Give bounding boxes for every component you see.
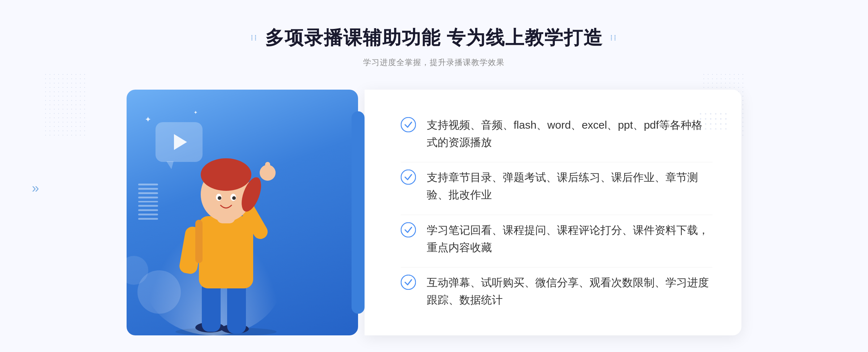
feature-text-3: 学习笔记回看、课程提问、课程评论打分、课件资料下载，重点内容收藏 [427, 222, 712, 256]
title-dots-left: ⁞⁞ [251, 33, 258, 43]
illustration-card: ✦ ✦ [127, 90, 358, 335]
check-icon-3 [401, 222, 416, 237]
header-section: ⁞⁞ 多项录播课辅助功能 专为线上教学打造 ⁞⁞ 学习进度全掌握，提升录播课教学… [251, 0, 617, 68]
svg-rect-9 [265, 162, 270, 176]
svg-point-22 [401, 275, 416, 289]
svg-rect-5 [199, 216, 253, 288]
chevron-left-icon: » [32, 181, 39, 196]
title-row: ⁞⁞ 多项录播课辅助功能 专为线上教学打造 ⁞⁞ [251, 25, 617, 51]
svg-rect-18 [195, 220, 203, 263]
feature-item-3: 学习笔记回看、课程提问、课程评论打分、课件资料下载，重点内容收藏 [401, 215, 712, 263]
svg-point-21 [401, 223, 416, 237]
svg-rect-3 [202, 281, 221, 332]
svg-point-19 [401, 117, 416, 132]
feature-item-1: 支持视频、音频、flash、word、excel、ppt、pdf等各种格式的资源… [401, 110, 712, 158]
check-icon-1 [401, 117, 416, 132]
girl-illustration [148, 104, 304, 335]
blue-vertical-stripe [352, 111, 365, 314]
circle-decoration-2 [119, 256, 148, 285]
svg-point-17 [232, 196, 236, 200]
svg-rect-4 [227, 281, 246, 334]
content-section: ✦ ✦ [127, 90, 741, 335]
check-icon-2 [401, 169, 416, 185]
page-wrapper: » ⁞⁞ 多项录播课辅助功能 专为线上教学打造 ⁞⁞ 学习进度全掌握，提升录播课… [0, 0, 868, 352]
feature-item-2: 支持章节目录、弹题考试、课后练习、课后作业、章节测验、批改作业 [401, 162, 712, 210]
feature-text-1: 支持视频、音频、flash、word、excel、ppt、pdf等各种格式的资源… [427, 116, 712, 151]
svg-point-12 [201, 158, 251, 191]
feature-item-4: 互动弹幕、试听购买、微信分享、观看次数限制、学习进度跟踪、数据统计 [401, 267, 712, 315]
feature-text-2: 支持章节目录、弹题考试、课后练习、课后作业、章节测验、批改作业 [427, 169, 712, 203]
check-icon-4 [401, 275, 416, 290]
right-panel: 支持视频、音频、flash、word、excel、ppt、pdf等各种格式的资源… [365, 90, 741, 335]
page-subtitle: 学习进度全掌握，提升录播课教学效果 [251, 57, 617, 68]
svg-point-20 [401, 170, 416, 184]
page-title: 多项录播课辅助功能 专为线上教学打造 [265, 25, 603, 51]
dots-top-right [698, 111, 727, 129]
dots-decoration-left [43, 72, 87, 137]
title-dots-right: ⁞⁞ [610, 33, 617, 43]
svg-point-16 [218, 196, 221, 200]
feature-text-4: 互动弹幕、试听购买、微信分享、观看次数限制、学习进度跟踪、数据统计 [427, 274, 712, 309]
